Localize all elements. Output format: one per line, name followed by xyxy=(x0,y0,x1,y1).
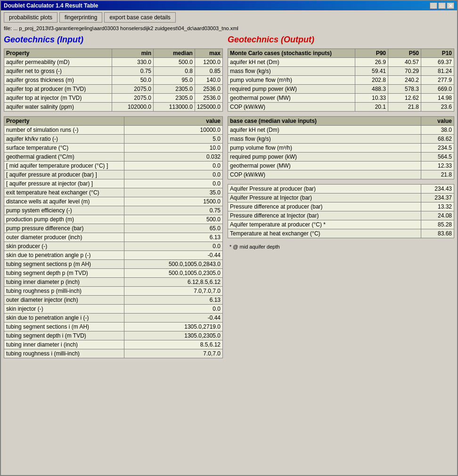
pressure-temp-table: Aquifer Pressure at producer (bar) 234.4… xyxy=(228,184,454,238)
table-row: surface temperature (°C) 10.0 xyxy=(4,144,223,153)
left-panel: Geotechnics (Input) Property min median … xyxy=(4,35,223,363)
property-cell: required pump power (kW) xyxy=(228,85,355,94)
titlebar-controls: _ □ ✕ xyxy=(430,2,454,9)
p90-cell: 26.9 xyxy=(355,58,388,67)
value-cell: 234.5 xyxy=(421,144,454,153)
main-window: Doublet Calculator 1.4 Result Table _ □ … xyxy=(0,0,458,476)
property-cell: exit temperature heat exchanger (°C) xyxy=(4,188,124,197)
table-row: tubing inner diameter i (inch) 8.5,6.12 xyxy=(4,340,223,349)
p10-cell: 669.0 xyxy=(421,85,454,94)
right-section-title: Geotechnics (Output) xyxy=(228,35,454,45)
col-header-max: max xyxy=(195,49,222,58)
base-case-table: base case (median value inputs) value aq… xyxy=(228,116,454,179)
table-row: aquifer kH net (Dm) 26.9 40.57 69.37 xyxy=(228,58,454,67)
property-cell: pump volume flow (m³/h) xyxy=(228,144,421,153)
max-cell: 2536.0 xyxy=(195,85,222,94)
p50-cell: 12.62 xyxy=(388,94,421,103)
table-row: geothermal gradient (°C/m) 0.032 xyxy=(4,153,223,161)
property-cell: [ aquifer pressure at producer (bar) ] xyxy=(4,170,124,179)
property-cell: geothermal power (MW) xyxy=(228,161,421,170)
minimize-button[interactable]: _ xyxy=(430,2,437,9)
property-cell: surface temperature (°C) xyxy=(4,144,124,153)
value-cell: 6.13 xyxy=(124,296,223,305)
value-cell: 0.0 xyxy=(124,161,223,170)
table-row: aquifer top at producer (m TVD) 2075.0 2… xyxy=(4,85,223,94)
left-section-title: Geotechnics (Input) xyxy=(4,35,223,45)
value-cell: 85.28 xyxy=(421,220,454,229)
max-cell: 1200.0 xyxy=(195,58,222,67)
col-header-value2: value xyxy=(421,117,454,126)
p90-cell: 202.8 xyxy=(355,76,388,85)
property-cell: aquifer water salinity (ppm) xyxy=(4,103,112,112)
property-cell: number of simulation runs (-) xyxy=(4,126,124,135)
table-row: COP (kW/kW) 20.1 21.8 23.6 xyxy=(228,103,454,112)
table-row: aquifer kH net (Dm) 38.0 xyxy=(228,126,454,135)
table-row: skin injector (-) 0.0 xyxy=(4,305,223,314)
property-cell: COP (kW/kW) xyxy=(228,103,355,112)
table-row: tubing roughness i (milli-inch) 7.0,7.0 xyxy=(4,349,223,358)
p50-cell: 240.2 xyxy=(388,76,421,85)
value-cell: 0.032 xyxy=(124,153,223,161)
property-cell: pump system efficiency (-) xyxy=(4,206,124,215)
property-cell: geothermal gradient (°C/m) xyxy=(4,153,124,161)
min-cell: 330.0 xyxy=(112,58,154,67)
property-cell: geothermal power (MW) xyxy=(228,94,355,103)
main-content: Geotechnics (Input) Property min median … xyxy=(1,32,457,366)
table-row: Aquifer temperature at producer (°C) * 8… xyxy=(228,220,454,229)
col-header-property: Property xyxy=(4,49,112,58)
median-cell: 2305.0 xyxy=(153,85,195,94)
value-cell: 38.0 xyxy=(421,126,454,135)
col-header-p10: P10 xyxy=(421,49,454,58)
table-row: skin due to penetration angle i (-) -0.4… xyxy=(4,314,223,323)
export-base-case-button[interactable]: export base case details xyxy=(104,12,175,23)
table-row: outer diameter injector (inch) 6.13 xyxy=(4,296,223,305)
col-header-value: value xyxy=(124,117,223,126)
median-cell: 500.0 xyxy=(153,58,195,67)
property-cell: mass flow (kg/s) xyxy=(228,135,421,144)
maximize-button[interactable]: □ xyxy=(438,2,446,9)
table-row: geothermal power (MW) 12.33 xyxy=(228,161,454,170)
table-row: pump system efficiency (-) 0.75 xyxy=(4,206,223,215)
max-cell: 0.85 xyxy=(195,67,222,76)
table-row: aquifer top at injector (m TVD) 2075.0 2… xyxy=(4,94,223,103)
property-cell: Temperature at heat exchanger (°C) xyxy=(228,229,421,238)
property-cell: outer diameter injector (inch) xyxy=(4,296,124,305)
property-cell: distance wells at aquifer level (m) xyxy=(4,197,124,206)
max-cell: 2536.0 xyxy=(195,94,222,103)
value-cell: 500.0,1005.0,2305.0 xyxy=(124,269,223,278)
value-cell: 10.0 xyxy=(124,144,223,153)
table-row: tubing inner diameter p (inch) 6.12,8.5,… xyxy=(4,278,223,287)
right-panel: Geotechnics (Output) Monte Carlo cases (… xyxy=(228,35,454,363)
table-row: Pressure difference at Injector (bar) 24… xyxy=(228,211,454,220)
value-cell: 13.32 xyxy=(421,202,454,211)
table-row: distance wells at aquifer level (m) 1500… xyxy=(4,197,223,206)
table-row: aquifer permeability (mD) 330.0 500.0 12… xyxy=(4,58,223,67)
fingerprinting-button[interactable]: fingerprinting xyxy=(59,12,102,23)
value-cell: 35.0 xyxy=(124,188,223,197)
col-header-property2: Property xyxy=(4,117,124,126)
min-cell: 0.75 xyxy=(112,67,154,76)
property-cell: mass flow (kg/s) xyxy=(228,67,355,76)
p50-cell: 70.29 xyxy=(388,67,421,76)
value-cell: 5.0 xyxy=(124,135,223,144)
table-row: pump volume flow (m³/h) 202.8 240.2 277.… xyxy=(228,76,454,85)
value-cell: 500.0 xyxy=(124,215,223,224)
p90-cell: 59.41 xyxy=(355,67,388,76)
value-cell: 24.08 xyxy=(421,211,454,220)
value-cell: 7.0,7.0 xyxy=(124,349,223,358)
probabilistic-plots-button[interactable]: probabilistic plots xyxy=(4,12,57,23)
value-cell: 68.62 xyxy=(421,135,454,144)
table-row: outer diameter producer (inch) 6.13 xyxy=(4,233,223,242)
value-cell: -0.44 xyxy=(124,314,223,323)
property-cell: tubing roughness i (milli-inch) xyxy=(4,349,124,358)
p10-cell: 14.98 xyxy=(421,94,454,103)
table-row: COP (kW/kW) 21.8 xyxy=(228,170,454,179)
value-cell: 234.43 xyxy=(421,185,454,194)
table-row: aquifer gross thickness (m) 50.0 95.0 14… xyxy=(4,76,223,85)
close-button[interactable]: ✕ xyxy=(447,2,454,9)
table-row: aquifer water salinity (ppm) 102000.0 11… xyxy=(4,103,223,112)
property-cell: aquifer top at injector (m TVD) xyxy=(4,94,112,103)
note: * @ mid aquifer depth xyxy=(228,243,454,250)
table-row: tubing roughness p (milli-inch) 7.0,7.0,… xyxy=(4,287,223,296)
table-row: skin due to penetration angle p (-) -0.4… xyxy=(4,251,223,260)
